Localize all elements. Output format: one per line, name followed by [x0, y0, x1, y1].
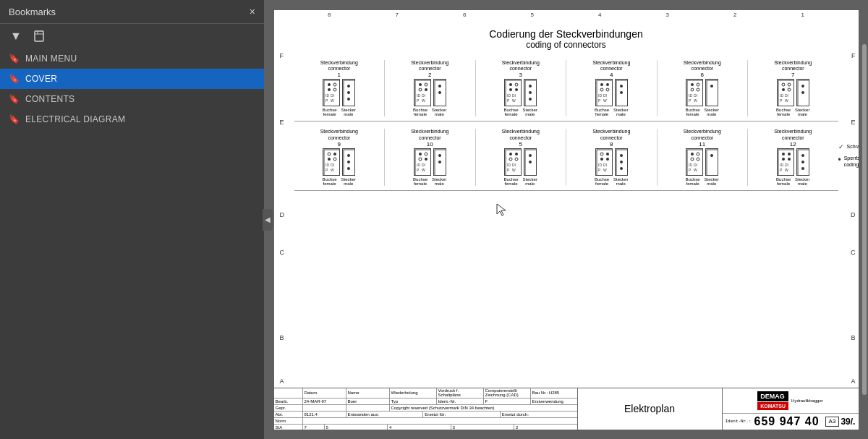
svg-text:DI: DI: [785, 93, 788, 98]
connector-4-buchse-svg: ID DI P W: [595, 79, 613, 106]
sidebar-item-main-menu-label: MAIN MENU: [25, 54, 77, 64]
svg-text:P: P: [689, 98, 692, 103]
connectors-row-2: Steckverbindungconnector 9 ID DI P W: [274, 126, 859, 186]
sheet-label: 39/.: [841, 417, 855, 427]
big-number: 659 947 40: [754, 415, 820, 428]
menu-dropdown-button[interactable]: ▼: [7, 28, 25, 44]
tb-right: DEMAG KOMATSU Hydraulikbagger Ident-Nr.:…: [723, 388, 859, 430]
svg-text:W: W: [603, 98, 607, 103]
svg-point-123: [620, 167, 623, 170]
svg-point-42: [600, 88, 603, 91]
connector-7-stecker-svg: [796, 79, 809, 106]
svg-point-24: [438, 85, 441, 88]
tb-cell-norm-label: Norm: [274, 418, 303, 424]
svg-point-73: [801, 91, 804, 94]
svg-point-5: [333, 88, 336, 91]
tb-cell-sia-num: 7: [303, 425, 325, 430]
svg-text:ID: ID: [326, 93, 329, 98]
svg-text:DI: DI: [512, 93, 516, 98]
svg-point-78: [333, 158, 336, 161]
format-sheet: A3 39/.: [825, 417, 856, 427]
schraube-symbol: ✓: [838, 143, 844, 150]
connector-2-stecker-svg: [433, 79, 446, 106]
connector-9: Steckverbindungconnector 9 ID DI P W: [294, 129, 386, 186]
svg-point-25: [438, 91, 441, 94]
svg-text:ID: ID: [417, 163, 420, 167]
tb-row-abt: Abt. 8121.4 Entstanden aus: Ersetzt für:…: [274, 412, 577, 418]
sidebar-item-electrical-diagram[interactable]: 🔖 ELECTRICAL DIAGRAM: [0, 109, 264, 129]
svg-point-75: [328, 153, 331, 155]
svg-text:W: W: [694, 168, 697, 172]
tb-cell-wh-header: Wiederholung: [390, 388, 437, 398]
tb-cell-bearb-name: Boer: [346, 398, 390, 404]
sidebar-item-cover[interactable]: 🔖 COVER: [0, 69, 264, 89]
svg-point-90: [419, 158, 422, 161]
row-label-b-right: B: [851, 334, 855, 341]
svg-text:W: W: [422, 168, 425, 172]
tb-cell-sia-2: 2: [514, 425, 577, 430]
svg-text:ID: ID: [780, 163, 783, 167]
connector-1-buchse-svg: ID DI P W: [323, 79, 340, 106]
svg-point-98: [438, 161, 441, 163]
sidebar-item-contents[interactable]: 🔖 CONTENTS: [0, 89, 264, 109]
close-button[interactable]: ×: [250, 6, 255, 17]
svg-point-128: [697, 158, 699, 161]
svg-text:DI: DI: [331, 93, 334, 98]
svg-text:W: W: [785, 98, 788, 103]
row-label-c-right: C: [851, 249, 856, 256]
svg-point-40: [600, 83, 603, 86]
svg-point-126: [697, 153, 699, 155]
bookmark-icon-main-menu: 🔖: [9, 54, 20, 64]
connector-10: Steckverbindungconnector 10 ID DI P W: [385, 129, 476, 186]
svg-point-146: [801, 161, 804, 163]
svg-point-97: [438, 154, 441, 157]
svg-text:W: W: [603, 168, 607, 172]
connectors-row-1: Steckverbindungconnector 1 ID DI P W: [274, 57, 859, 117]
svg-text:DI: DI: [603, 163, 607, 167]
tb-cell-sia-label: SIA: [274, 425, 303, 430]
demag-komatsu-logos: DEMAG KOMATSU: [757, 391, 788, 410]
tb-cell-abt-val: 8121.4: [303, 412, 346, 417]
demag-text: DEMAG: [757, 391, 788, 401]
bookmark-icon-button[interactable]: [30, 29, 48, 43]
svg-text:ID: ID: [507, 93, 511, 98]
svg-text:P: P: [598, 98, 601, 103]
svg-point-114: [600, 158, 603, 161]
svg-text:P: P: [689, 168, 692, 172]
tb-cell-gepr-datum: [303, 405, 346, 411]
title-block: Datum Name Wiederholung Vordruck f. Scha…: [274, 388, 859, 430]
connector-6: Steckverbindungconnector 6 ID DI P W: [658, 60, 749, 117]
tb-row-header: Datum Name Wiederholung Vordruck f. Scha…: [274, 388, 577, 398]
svg-point-89: [425, 153, 427, 155]
connector-9-stecker-svg: [342, 148, 355, 176]
svg-point-3: [333, 83, 336, 86]
svg-point-137: [788, 153, 791, 155]
svg-point-109: [529, 154, 532, 157]
connector-4-stecker-svg: [615, 79, 628, 106]
svg-text:DI: DI: [422, 163, 425, 167]
svg-text:DI: DI: [694, 163, 697, 167]
svg-text:ID: ID: [689, 163, 692, 167]
tb-cell-gepr-name: [346, 405, 390, 411]
scrollbar[interactable]: [862, 44, 867, 396]
sidebar-item-contents-label: CONTENTS: [25, 94, 75, 104]
svg-point-76: [333, 153, 336, 155]
connector-10-buchse-svg: ID DI P W: [414, 148, 431, 176]
sidebar-item-main-menu[interactable]: 🔖 MAIN MENU: [0, 48, 264, 69]
connector-8-buchse-svg: ID DI P W: [595, 148, 613, 176]
svg-point-122: [620, 161, 623, 163]
svg-point-30: [515, 88, 518, 91]
svg-point-4: [328, 88, 331, 91]
connector-3-stecker-svg: [524, 79, 537, 106]
tb-cell-ersetzt-durch: Ersetzt durch:: [501, 412, 577, 417]
connector-2: Steckverbindungconnector 2 ID DI P W: [385, 60, 476, 117]
collapse-panel-button[interactable]: ◀: [263, 209, 273, 231]
svg-point-88: [419, 153, 422, 155]
connector-10-stecker-svg: [433, 148, 446, 176]
legend-item-sperrbolzen: • Sperrbolzencoding pin: [838, 155, 859, 168]
h-divider-2: [294, 190, 838, 191]
svg-text:ID: ID: [689, 93, 692, 98]
svg-point-53: [697, 83, 699, 86]
svg-point-138: [782, 158, 785, 161]
schraube-label: Schraube screw: [847, 143, 859, 150]
